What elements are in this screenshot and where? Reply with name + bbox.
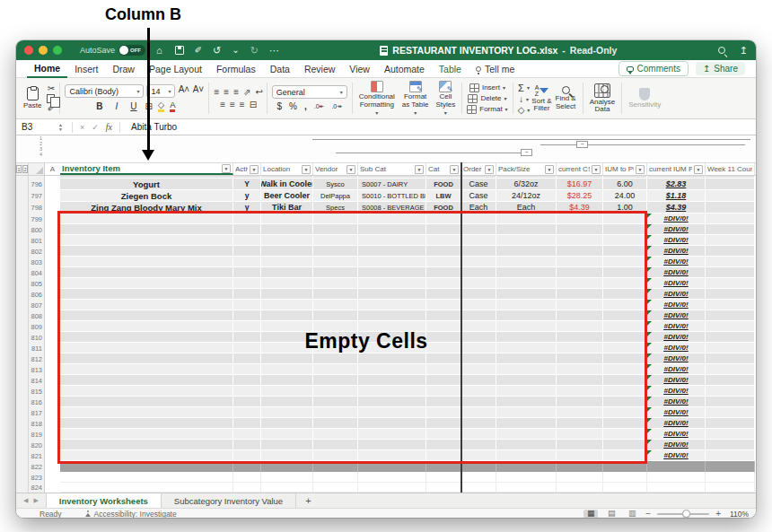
- row-header-818[interactable]: 818: [29, 418, 45, 429]
- collapse-group-button[interactable]: −: [521, 149, 532, 156]
- sheet-tab-subcategory-inventory-value[interactable]: Subcategory Inventory Value: [162, 493, 296, 508]
- cell-current-cs-pu-797[interactable]: $28.25: [557, 190, 603, 202]
- cell-week-11-count-809[interactable]: [706, 321, 755, 332]
- cell-cat-824[interactable]: [426, 483, 461, 493]
- row-header-802[interactable]: 802: [29, 246, 45, 257]
- zoom-out-button[interactable]: −: [645, 509, 651, 518]
- cell-current-ium-price-799[interactable]: #DIV/0!: [647, 214, 706, 224]
- row-header-810[interactable]: 810: [29, 332, 45, 343]
- cell-pack-size-824[interactable]: [496, 483, 557, 493]
- cell-current-ium-price-805[interactable]: #DIV/0!: [647, 278, 706, 289]
- filter-dropdown-icon[interactable]: ▼: [250, 165, 259, 174]
- cell-sub-cat-824[interactable]: [358, 483, 426, 493]
- format-as-table-button[interactable]: ✎Format as Table▾: [400, 81, 431, 116]
- header-active[interactable]: Active▼: [233, 163, 261, 175]
- cell-week-11-count-817[interactable]: [706, 407, 755, 418]
- cell-cat-797[interactable]: LBW: [426, 190, 461, 202]
- zoom-level[interactable]: 110%: [727, 510, 749, 519]
- cell-location-796[interactable]: Walk in Cooler: [261, 179, 313, 190]
- align-bottom-icon[interactable]: ≡: [233, 87, 238, 97]
- cell-vendor-824[interactable]: [313, 483, 358, 493]
- header-pack-size[interactable]: Pack/Size▼: [496, 163, 557, 175]
- merge-center-icon[interactable]: ⊟: [250, 100, 256, 109]
- fill-icon[interactable]: ↓: [519, 95, 523, 104]
- font-name-select[interactable]: Calibri (Body) ▾: [65, 84, 144, 98]
- row-header-822[interactable]: 822: [29, 461, 45, 473]
- cell-sub-cat-796[interactable]: S0007 - DAIRY: [358, 179, 426, 190]
- cell-active-796[interactable]: Y: [233, 179, 261, 190]
- row-header-823[interactable]: 823: [29, 473, 45, 483]
- cell-order-unit-796[interactable]: Case: [461, 179, 496, 190]
- page-layout-view-button[interactable]: ▤: [604, 510, 618, 519]
- next-sheet-icon[interactable]: ▶: [33, 497, 38, 504]
- more-tools-icon[interactable]: ⋯: [269, 46, 279, 56]
- cell-current-ium-price-819[interactable]: #DIV/0!: [647, 429, 706, 440]
- cell-sub-cat-797[interactable]: S0010 - BOTTLED BEER: [358, 190, 426, 202]
- tab-view[interactable]: View: [342, 60, 377, 78]
- cell-ium-to-pum-823[interactable]: [603, 473, 647, 483]
- comments-button[interactable]: Comments: [618, 61, 689, 76]
- outline-level-1-button[interactable]: 1: [16, 165, 22, 173]
- share-session-icon[interactable]: ↥: [740, 45, 748, 57]
- number-format-select[interactable]: General ▾: [272, 85, 347, 99]
- cell-order-unit-823[interactable]: [461, 473, 496, 483]
- cell-current-ium-price-803[interactable]: #DIV/0!: [647, 257, 706, 267]
- zoom-in-button[interactable]: +: [715, 509, 721, 518]
- tab-tell-me[interactable]: Tell me: [469, 60, 522, 78]
- cell-current-ium-price-813[interactable]: #DIV/0!: [647, 364, 706, 375]
- sheet-tab-inventory-worksheets[interactable]: Inventory Worksheets: [46, 493, 162, 508]
- row-header-824[interactable]: 824: [29, 483, 45, 493]
- row-header-813[interactable]: 813: [29, 364, 45, 375]
- row-header-814[interactable]: 814: [29, 375, 45, 386]
- row-header-806[interactable]: 806: [29, 289, 45, 300]
- header-week-11-count[interactable]: Week 11 Count: [706, 163, 755, 175]
- cell-week-11-count-810[interactable]: [706, 332, 755, 343]
- home-icon[interactable]: ⌂: [156, 46, 162, 56]
- wrap-text-icon[interactable]: ↩: [255, 87, 261, 97]
- cell-location-824[interactable]: [261, 483, 313, 493]
- cell-week-11-count-819[interactable]: [706, 429, 755, 440]
- row-header-811[interactable]: 811: [29, 343, 45, 353]
- cell-order-unit-797[interactable]: Case: [461, 190, 496, 202]
- cell-week-11-count-799[interactable]: [706, 214, 755, 224]
- row-header-798[interactable]: 798: [29, 202, 45, 214]
- cell-current-ium-price-797[interactable]: $1.18: [647, 190, 706, 202]
- paste-button[interactable]: Paste: [22, 87, 43, 109]
- row-header-809[interactable]: 809: [29, 321, 45, 332]
- autosave-toggle[interactable]: AutoSave OFF: [80, 45, 145, 56]
- cell-current-ium-price-816[interactable]: #DIV/0!: [647, 397, 706, 407]
- cell-current-ium-price-817[interactable]: #DIV/0!: [647, 407, 706, 418]
- accessibility-button[interactable]: Accessibility: Investigate: [85, 510, 177, 519]
- header-ium-to-pum[interactable]: IUM to PUM▼: [603, 163, 647, 175]
- cell-current-ium-price-820[interactable]: #DIV/0!: [647, 440, 706, 450]
- align-top-icon[interactable]: ≡: [214, 87, 218, 97]
- cell-location-797[interactable]: Beer Cooler: [261, 190, 313, 202]
- cell-pack-size-797[interactable]: 24/12oz: [496, 190, 557, 202]
- cell-current-ium-price-807[interactable]: #DIV/0!: [647, 300, 706, 310]
- cell-week-11-count-803[interactable]: [706, 257, 755, 267]
- cell-vendor-823[interactable]: [313, 473, 358, 483]
- share-button[interactable]: ↥ Share: [696, 62, 745, 75]
- tab-formulas[interactable]: Formulas: [209, 60, 263, 78]
- header-vendor[interactable]: Vendor▼: [313, 163, 358, 175]
- cell-week-11-count-816[interactable]: [706, 397, 755, 407]
- decrease-font-icon[interactable]: A˅: [192, 84, 204, 98]
- percent-format-button[interactable]: %: [289, 101, 297, 111]
- row-header-816[interactable]: 816: [29, 397, 45, 407]
- cell-week-11-count-798[interactable]: [706, 202, 755, 214]
- undo-icon[interactable]: ↺: [213, 46, 221, 56]
- cell-week-11-count-808[interactable]: [706, 310, 755, 321]
- cell-current-ium-price-812[interactable]: #DIV/0!: [647, 353, 706, 364]
- filter-dropdown-icon[interactable]: ▼: [636, 165, 645, 174]
- cell-vendor-797[interactable]: DelPappa: [313, 190, 358, 202]
- cell-current-ium-price-798[interactable]: $4.39: [647, 202, 706, 214]
- cell-current-ium-price-796[interactable]: $2.83: [647, 179, 706, 190]
- cell-inventory-item-824[interactable]: [60, 483, 233, 493]
- find-select-button[interactable]: Find & Select: [554, 81, 578, 116]
- increase-decimal-icon[interactable]: .0↞: [314, 103, 325, 110]
- header-order-unit[interactable]: Order Unit▼: [461, 163, 496, 175]
- filter-dropdown-icon[interactable]: ▼: [415, 165, 424, 174]
- tab-insert[interactable]: Insert: [67, 60, 105, 78]
- cell-week-11-count-814[interactable]: [706, 375, 755, 386]
- cell-pack-size-823[interactable]: [496, 473, 557, 483]
